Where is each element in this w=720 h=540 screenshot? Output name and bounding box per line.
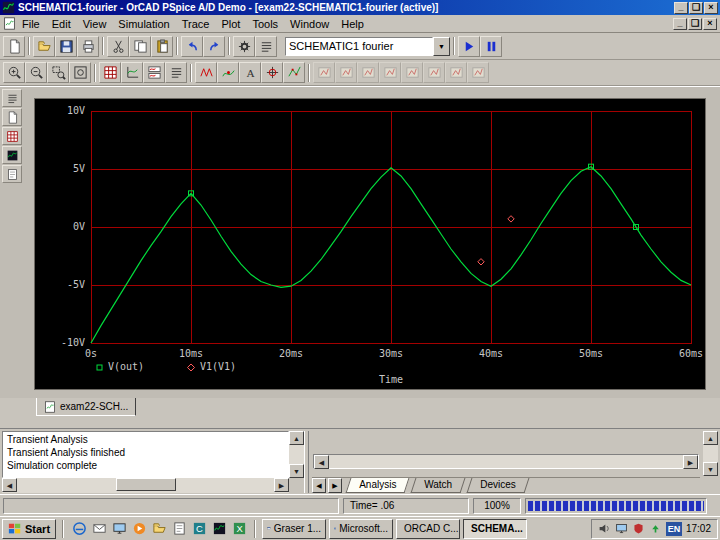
run-simulation-button[interactable]: [458, 36, 480, 57]
y-tick-label: 5V: [73, 163, 85, 174]
scroll-up-icon[interactable]: ▲: [703, 431, 718, 445]
close-button[interactable]: ×: [704, 2, 718, 14]
pspice-window: SCHEMATIC1-fourier - OrCAD PSpice A/D De…: [0, 0, 720, 540]
menu-help[interactable]: Help: [335, 17, 370, 31]
toggle-cursor-button[interactable]: [261, 62, 283, 83]
quicklaunch-folder-button[interactable]: [150, 520, 168, 538]
scroll-left-icon[interactable]: ◀: [2, 478, 17, 492]
undo-button[interactable]: [181, 36, 203, 57]
menu-file[interactable]: File: [16, 17, 46, 31]
taskbar-task-orcadc[interactable]: CORCAD C...: [396, 519, 460, 539]
watch-list-button[interactable]: [2, 165, 22, 183]
quicklaunch-internet-explorer-button[interactable]: [70, 520, 88, 538]
log-horizontal-scrollbar[interactable]: ◀ ▶: [2, 478, 289, 493]
tab-devices[interactable]: Devices: [467, 478, 529, 493]
marker-diamond: [508, 216, 514, 222]
quicklaunch-spreadsheet-button[interactable]: X: [230, 520, 248, 538]
taskbar-task-graser1[interactable]: Graser 1...: [262, 519, 326, 539]
cursor-search-icon: [449, 65, 464, 80]
scroll-left-icon[interactable]: ◀: [314, 455, 329, 469]
pane-splitter[interactable]: [304, 431, 309, 493]
mdi-close-button[interactable]: ×: [703, 18, 717, 30]
tray-antivirus[interactable]: [632, 522, 645, 535]
menu-edit[interactable]: Edit: [46, 17, 77, 31]
quicklaunch-show-desktop-button[interactable]: [110, 520, 128, 538]
log-vertical-scrollbar[interactable]: ▲ ▼: [289, 431, 304, 478]
tray-updates[interactable]: [649, 522, 662, 535]
redo-button[interactable]: [203, 36, 225, 57]
quicklaunch-media-player-button[interactable]: [130, 520, 148, 538]
view-output-file-button[interactable]: [255, 36, 277, 57]
eval-goal-function-button[interactable]: [217, 62, 239, 83]
tab-analysis[interactable]: Analysis: [346, 478, 410, 493]
scroll-right-icon[interactable]: ▶: [274, 478, 289, 492]
menu-plot[interactable]: Plot: [215, 17, 246, 31]
scroll-right-icon[interactable]: ▶: [683, 455, 698, 469]
scroll-down-icon[interactable]: ▼: [703, 462, 718, 476]
data-file-button[interactable]: [2, 146, 22, 164]
menu-view[interactable]: View: [77, 17, 113, 31]
menu-simulation[interactable]: Simulation: [112, 17, 175, 31]
cut-button[interactable]: [107, 36, 129, 57]
language-indicator[interactable]: EN: [666, 522, 682, 536]
zoom-out-button[interactable]: [25, 62, 47, 83]
tabs-scroll-left-icon[interactable]: ◀: [312, 478, 326, 493]
tray-volume[interactable]: [598, 522, 611, 535]
taskbar: Start CX Graser 1...WMicrosoft...CORCAD …: [0, 516, 720, 540]
simulation-queue-button[interactable]: [2, 127, 22, 145]
mdi-minimize-button[interactable]: _: [673, 18, 687, 30]
simulation-settings-button[interactable]: [233, 36, 255, 57]
zoom-fit-button[interactable]: [69, 62, 91, 83]
mark-data-points-button[interactable]: [283, 62, 305, 83]
plot-grid-button[interactable]: [99, 62, 121, 83]
watch-horizontal-scrollbar[interactable]: ◀ ▶: [313, 454, 699, 469]
add-plot-button[interactable]: [143, 62, 165, 83]
quicklaunch-orcad-capture-button[interactable]: C: [190, 520, 208, 538]
tabs-scroll-right-icon[interactable]: ▶: [328, 478, 342, 493]
add-y-axis-button[interactable]: [121, 62, 143, 83]
minimize-button[interactable]: _: [674, 2, 688, 14]
scrollbar-thumb[interactable]: [116, 478, 176, 491]
tab-label: Watch: [424, 478, 452, 492]
schematic-page-button[interactable]: [2, 108, 22, 126]
menu-trace[interactable]: Trace: [176, 17, 216, 31]
save-file-button[interactable]: [55, 36, 77, 57]
simulation-log[interactable]: Transient AnalysisTransient Analysis fin…: [2, 431, 289, 478]
toolbar-separator: [102, 37, 104, 55]
tab-exam22-schematic1[interactable]: exam22-SCH...: [36, 398, 136, 416]
new-simulation-button[interactable]: [3, 36, 25, 57]
pause-simulation-button[interactable]: [480, 36, 502, 57]
print-button[interactable]: [77, 36, 99, 57]
copy-button[interactable]: [129, 36, 151, 57]
zoom-in-button[interactable]: [3, 62, 25, 83]
zoom-area-button[interactable]: [47, 62, 69, 83]
quicklaunch-pspice-button[interactable]: [210, 520, 228, 538]
simulation-profile-input[interactable]: [285, 37, 433, 56]
insert-text-label-button[interactable]: A: [239, 62, 261, 83]
view-netlist-button[interactable]: [165, 62, 187, 83]
add-trace-button[interactable]: [195, 62, 217, 83]
quicklaunch-outlook-mail-button[interactable]: [90, 520, 108, 538]
profile-dropdown-icon[interactable]: ▼: [433, 37, 450, 56]
menu-tools[interactable]: Tools: [246, 17, 284, 31]
scroll-down-icon[interactable]: ▼: [289, 464, 304, 478]
taskbar-task-microsoft[interactable]: WMicrosoft...: [329, 519, 393, 539]
undo-icon: [185, 39, 200, 54]
document-icon: [3, 17, 16, 30]
scroll-up-icon[interactable]: ▲: [289, 431, 304, 445]
mdi-restore-button[interactable]: ❑: [688, 18, 702, 30]
watch-vertical-scrollbar[interactable]: ▲ ▼: [703, 431, 718, 476]
waveform-chart[interactable]: 0s10ms20ms30ms40ms50ms60ms10V5V0V-5V-10V…: [35, 99, 705, 389]
paste-button[interactable]: [151, 36, 173, 57]
toggle-cursor-icon: [265, 65, 280, 80]
waveform-plot-area[interactable]: 0s10ms20ms30ms40ms50ms60ms10V5V0V-5V-10V…: [34, 98, 706, 390]
tray-display[interactable]: [615, 522, 628, 535]
quicklaunch-notepad-button[interactable]: [170, 520, 188, 538]
restore-button[interactable]: ❑: [689, 2, 703, 14]
open-file-button[interactable]: [33, 36, 55, 57]
start-button[interactable]: Start: [2, 519, 56, 539]
taskbar-task-schema[interactable]: SCHEMA...: [463, 519, 527, 539]
output-window-button[interactable]: [2, 89, 22, 107]
menu-window[interactable]: Window: [284, 17, 335, 31]
tab-watch[interactable]: Watch: [411, 478, 466, 493]
